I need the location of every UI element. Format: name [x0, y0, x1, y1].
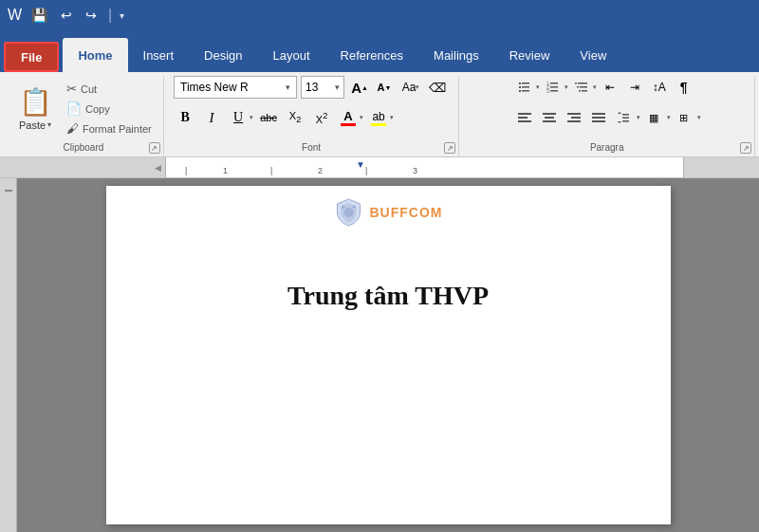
tab-design[interactable]: Design — [189, 38, 257, 72]
paragraph-expand[interactable]: ↗ — [740, 142, 751, 154]
bullets-dropdown[interactable]: ▾ — [536, 83, 540, 91]
font-size-field[interactable]: 13 ▾ — [301, 76, 344, 99]
cut-label: Cut — [81, 83, 97, 95]
font-grow-button[interactable]: A▲ — [348, 76, 371, 99]
word-icon: W — [8, 7, 22, 24]
font-color-container: A ▾ — [337, 106, 363, 129]
svg-rect-24 — [567, 113, 581, 115]
undo-button[interactable]: ↩ — [57, 6, 76, 25]
doc-logo-text: BUFFCOM — [370, 205, 443, 220]
underline-dropdown[interactable]: ▾ — [250, 114, 253, 121]
subscript-button[interactable]: X2 — [284, 106, 306, 129]
tab-review[interactable]: Review — [494, 38, 565, 72]
paragraph-group: ▾ 1. 2. 3. ▾ — [459, 76, 755, 156]
multilevel-button[interactable] — [570, 76, 593, 99]
ruler-tab-marker[interactable]: ▼ — [356, 159, 365, 170]
align-center-icon — [542, 110, 557, 125]
strikethrough-button[interactable]: abc — [257, 106, 280, 129]
svg-marker-30 — [618, 112, 621, 114]
font-color-button[interactable]: A — [337, 106, 360, 129]
show-marks-button[interactable]: ¶ — [673, 76, 695, 99]
line-spacing-button[interactable] — [612, 106, 635, 129]
svg-rect-18 — [518, 113, 531, 115]
copy-button[interactable]: 📄 Copy — [63, 100, 156, 118]
shading-dropdown[interactable]: ▾ — [667, 114, 671, 121]
ruler-tick-5: 3 — [413, 166, 417, 175]
font-name-field[interactable]: Times New R ▾ — [174, 76, 297, 99]
indent-decrease-button[interactable]: ⇤ — [599, 76, 621, 99]
svg-rect-5 — [522, 90, 529, 92]
ruler-tick-1: 1 — [223, 166, 228, 175]
font-size-dropdown[interactable]: ▾ — [335, 83, 340, 92]
bold-button[interactable]: B — [174, 106, 196, 129]
doc-left-bar — [0, 178, 17, 532]
font-name-dropdown[interactable]: ▾ — [286, 83, 290, 92]
tab-insert[interactable]: Insert — [128, 38, 190, 72]
change-case-button[interactable]: Aa ▾ — [399, 76, 422, 99]
paste-label: Paste — [19, 119, 46, 131]
paragraph-content: ▾ 1. 2. 3. ▾ — [513, 76, 701, 139]
strikethrough-icon: abc — [260, 112, 277, 123]
save-button[interactable]: 💾 — [28, 6, 51, 25]
cut-button[interactable]: ✂ Cut — [63, 80, 156, 98]
paste-dropdown-arrow[interactable]: ▾ — [47, 120, 51, 129]
ruler-white[interactable]: ▼ | 1 | 2 | 3 — [166, 157, 683, 177]
doc-title[interactable]: Trung tâm THVP — [144, 281, 633, 311]
tab-mailings[interactable]: Mailings — [418, 38, 494, 72]
font-expand[interactable]: ↗ — [444, 142, 455, 154]
clipboard-expand[interactable]: ↗ — [149, 142, 160, 154]
svg-point-35 — [344, 208, 354, 217]
highlight-dropdown[interactable]: ▾ — [390, 114, 394, 121]
numbering-dropdown[interactable]: ▾ — [565, 83, 568, 91]
highlight-button[interactable]: ab — [367, 106, 390, 129]
format-painter-button[interactable]: 🖌 Format Painter — [63, 119, 156, 138]
font-color-dropdown[interactable]: ▾ — [360, 114, 363, 121]
line-spacing-dropdown[interactable]: ▾ — [637, 114, 640, 121]
numbering-button[interactable]: 1. 2. 3. — [542, 76, 565, 99]
svg-rect-21 — [543, 113, 556, 115]
tab-references[interactable]: References — [325, 38, 418, 72]
align-right-icon — [566, 110, 582, 125]
svg-rect-20 — [518, 120, 531, 122]
borders-button[interactable]: ⊞ — [673, 106, 695, 129]
ribbon-body: 📋 Paste ▾ ✂ Cut 📄 Copy 🖌 Format Painter — [0, 72, 759, 157]
tab-view[interactable]: View — [565, 38, 621, 72]
format-painter-label: Format Painter — [83, 123, 152, 135]
borders-dropdown[interactable]: ▾ — [697, 114, 701, 121]
sort-button[interactable]: ↕A — [648, 76, 671, 99]
font-shrink-button[interactable]: A▼ — [373, 76, 396, 99]
more-chevron[interactable]: ▾ — [120, 10, 124, 21]
tab-file[interactable]: File — [4, 42, 59, 72]
aa-dropdown[interactable]: ▾ — [416, 83, 419, 91]
tab-layout[interactable]: Layout — [258, 38, 325, 72]
svg-rect-0 — [519, 83, 521, 84]
align-right-button[interactable] — [563, 106, 585, 129]
shading-button[interactable]: ▦ — [642, 106, 665, 129]
buffcom-shield-icon — [334, 197, 364, 228]
numbering-icon: 1. 2. 3. — [546, 80, 561, 95]
tab-home[interactable]: Home — [63, 38, 127, 72]
bullets-button[interactable] — [513, 76, 536, 99]
align-center-button[interactable] — [538, 106, 561, 129]
clipboard-small-buttons: ✂ Cut 📄 Copy 🖌 Format Painter — [63, 78, 156, 138]
superscript-button[interactable]: X2 — [310, 106, 333, 129]
paste-button[interactable]: 📋 Paste ▾ — [11, 81, 59, 136]
italic-button[interactable]: I — [200, 106, 223, 129]
paste-icon: 📋 — [18, 85, 52, 119]
doc-main[interactable]: BUFFCOM Trung tâm THVP — [17, 178, 759, 532]
redo-button[interactable]: ↪ — [82, 6, 101, 25]
underline-button[interactable]: U — [227, 106, 250, 129]
strikethrough-container: abc — [257, 106, 280, 129]
multilevel-dropdown[interactable]: ▾ — [593, 83, 597, 91]
font-content: Times New R ▾ 13 ▾ A▲ A▼ Aa — [174, 76, 449, 139]
align-left-button[interactable] — [513, 106, 536, 129]
highlight-ab: ab — [372, 110, 384, 123]
indent-increase-button[interactable]: ⇥ — [623, 76, 646, 99]
svg-rect-19 — [518, 117, 528, 119]
separator: | — [108, 7, 112, 24]
ruler-tick-2: | — [270, 166, 272, 175]
document-area: BUFFCOM Trung tâm THVP — [0, 178, 759, 532]
justify-button[interactable] — [587, 106, 610, 129]
svg-rect-27 — [592, 113, 605, 115]
clear-formatting-button[interactable]: ⌫ — [426, 76, 449, 99]
